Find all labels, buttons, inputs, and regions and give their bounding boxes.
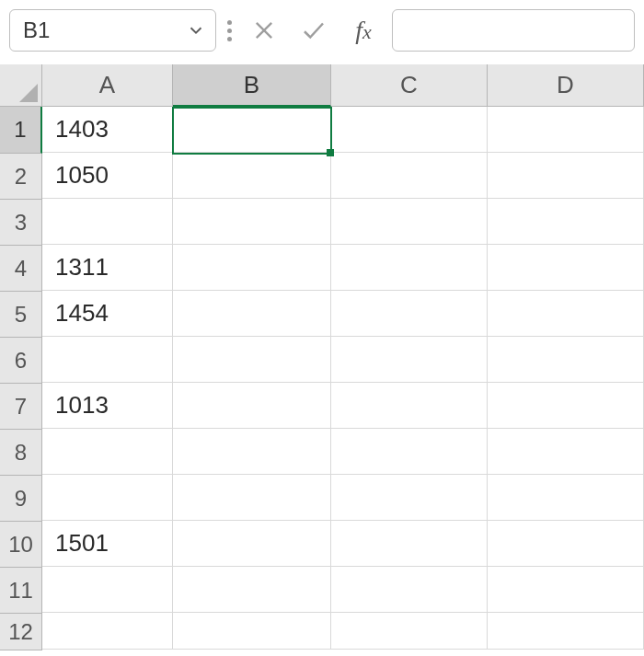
table-row: 1013 bbox=[42, 383, 644, 429]
cell-D6[interactable] bbox=[488, 337, 644, 383]
cell-D7[interactable] bbox=[488, 383, 644, 429]
cell-A6[interactable] bbox=[42, 337, 173, 383]
table-row bbox=[42, 567, 644, 613]
table-row: 1454 bbox=[42, 291, 644, 337]
cell-C4[interactable] bbox=[331, 245, 488, 291]
cell-A7[interactable]: 1013 bbox=[42, 383, 173, 429]
cell-B10[interactable] bbox=[173, 521, 331, 567]
cell-D10[interactable] bbox=[488, 521, 644, 567]
cell-C2[interactable] bbox=[331, 153, 488, 199]
row-header-4[interactable]: 4 bbox=[0, 246, 41, 292]
chevron-down-icon[interactable] bbox=[186, 20, 206, 40]
cell-C5[interactable] bbox=[331, 291, 488, 337]
row-header-12[interactable]: 12 bbox=[0, 614, 41, 650]
separator-dots-icon bbox=[224, 20, 236, 41]
table-row: 1311 bbox=[42, 245, 644, 291]
cell-C3[interactable] bbox=[331, 199, 488, 245]
table-row bbox=[42, 199, 644, 245]
name-box[interactable]: B1 bbox=[9, 9, 216, 52]
formula-bar: B1 fx bbox=[0, 0, 644, 64]
cell-A4[interactable]: 1311 bbox=[42, 245, 173, 291]
cell-D8[interactable] bbox=[488, 429, 644, 475]
cell-B11[interactable] bbox=[173, 567, 331, 613]
cell-C8[interactable] bbox=[331, 429, 488, 475]
cell-C10[interactable] bbox=[331, 521, 488, 567]
cell-D9[interactable] bbox=[488, 475, 644, 521]
cell-A9[interactable] bbox=[42, 475, 173, 521]
row-header-8[interactable]: 8 bbox=[0, 430, 41, 476]
cell-A3[interactable] bbox=[42, 199, 173, 245]
cell-B7[interactable] bbox=[173, 383, 331, 429]
table-row bbox=[42, 475, 644, 521]
cell-B1[interactable] bbox=[173, 107, 331, 153]
cell-D12[interactable] bbox=[488, 613, 644, 650]
column-header-D[interactable]: D bbox=[488, 64, 644, 106]
row-header-9[interactable]: 9 bbox=[0, 476, 41, 522]
cell-C1[interactable] bbox=[331, 107, 488, 153]
column-header-C[interactable]: C bbox=[331, 64, 488, 106]
cell-A1[interactable]: 1403 bbox=[42, 107, 173, 153]
column-headers: A B C D bbox=[42, 64, 644, 107]
cell-A2[interactable]: 1050 bbox=[42, 153, 173, 199]
cell-C11[interactable] bbox=[331, 567, 488, 613]
cell-C12[interactable] bbox=[331, 613, 488, 650]
cell-A12[interactable] bbox=[42, 613, 173, 650]
table-row bbox=[42, 613, 644, 650]
cells-area: 1403 1050 1311 1454 bbox=[42, 107, 644, 650]
row-header-10[interactable]: 10 bbox=[0, 522, 41, 568]
cell-B6[interactable] bbox=[173, 337, 331, 383]
cell-B5[interactable] bbox=[173, 291, 331, 337]
cell-B12[interactable] bbox=[173, 613, 331, 650]
cell-D5[interactable] bbox=[488, 291, 644, 337]
table-row bbox=[42, 337, 644, 383]
row-header-2[interactable]: 2 bbox=[0, 154, 41, 200]
cell-A8[interactable] bbox=[42, 429, 173, 475]
cell-D1[interactable] bbox=[488, 107, 644, 153]
table-row: 1403 bbox=[42, 107, 644, 153]
row-header-5[interactable]: 5 bbox=[0, 292, 41, 338]
cell-B3[interactable] bbox=[173, 199, 331, 245]
table-row: 1050 bbox=[42, 153, 644, 199]
cell-D3[interactable] bbox=[488, 199, 644, 245]
cell-B8[interactable] bbox=[173, 429, 331, 475]
cancel-button[interactable] bbox=[243, 9, 285, 52]
cell-C6[interactable] bbox=[331, 337, 488, 383]
column-header-B[interactable]: B bbox=[173, 64, 331, 107]
name-box-value: B1 bbox=[23, 17, 50, 43]
cell-A10[interactable]: 1501 bbox=[42, 521, 173, 567]
column-header-A[interactable]: A bbox=[42, 64, 173, 106]
cell-C9[interactable] bbox=[331, 475, 488, 521]
row-headers: 1 2 3 4 5 6 7 8 9 10 11 12 bbox=[0, 107, 42, 650]
select-all-corner[interactable] bbox=[0, 64, 42, 107]
row-header-6[interactable]: 6 bbox=[0, 338, 41, 384]
cell-A5[interactable]: 1454 bbox=[42, 291, 173, 337]
cell-B2[interactable] bbox=[173, 153, 331, 199]
confirm-button[interactable] bbox=[293, 9, 335, 52]
cell-A11[interactable] bbox=[42, 567, 173, 613]
fx-button[interactable]: fx bbox=[342, 9, 385, 52]
cell-D11[interactable] bbox=[488, 567, 644, 613]
row-header-7[interactable]: 7 bbox=[0, 384, 41, 430]
cell-D2[interactable] bbox=[488, 153, 644, 199]
formula-input[interactable] bbox=[392, 9, 635, 52]
row-header-1[interactable]: 1 bbox=[0, 107, 42, 154]
cell-D4[interactable] bbox=[488, 245, 644, 291]
row-header-11[interactable]: 11 bbox=[0, 568, 41, 614]
row-header-3[interactable]: 3 bbox=[0, 200, 41, 246]
cell-B4[interactable] bbox=[173, 245, 331, 291]
cell-C7[interactable] bbox=[331, 383, 488, 429]
table-row bbox=[42, 429, 644, 475]
cell-B9[interactable] bbox=[173, 475, 331, 521]
table-row: 1501 bbox=[42, 521, 644, 567]
